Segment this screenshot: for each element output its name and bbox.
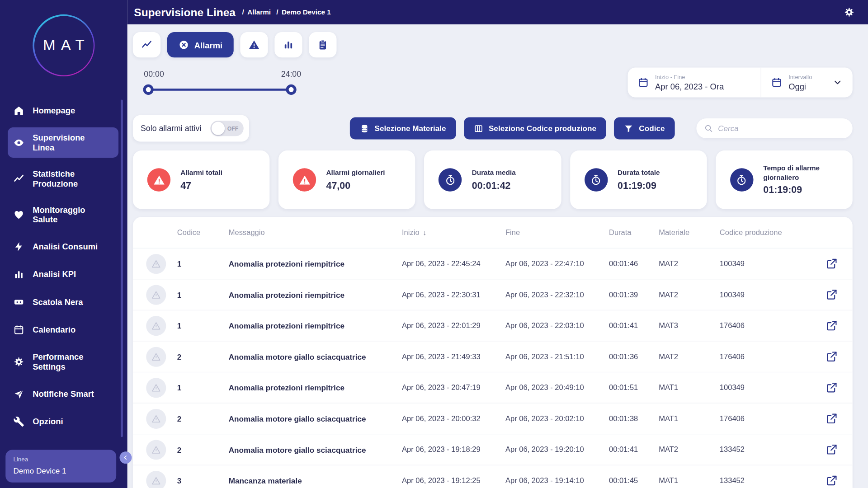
tab-trend[interactable] [133, 32, 160, 57]
cell-messaggio: Anomalia motore giallo sciacquatrice [229, 445, 402, 454]
cell-codice-produzione: 100349 [720, 291, 817, 299]
alarm-warning-icon [146, 285, 166, 305]
sidebar-collapse-button[interactable] [119, 451, 132, 464]
table-row: 2 Anomalia motore giallo sciacquatrice A… [133, 403, 853, 434]
kpi-icon [439, 168, 462, 191]
kpi-value: 01:19:09 [763, 184, 836, 196]
settings-gear-icon[interactable] [844, 6, 856, 18]
alarms-table: Codice Messaggio Inizio↓ Fine Durata Mat… [133, 217, 853, 488]
cell-fine: Apr 06, 2023 - 19:14:10 [505, 476, 609, 484]
sort-desc-icon: ↓ [423, 228, 426, 236]
cell-messaggio: Anomalia protezioni riempitrice [229, 321, 402, 330]
sidebar-item-supervisione-linea[interactable]: Supervisione Linea [8, 127, 118, 158]
slider-handle-end[interactable] [286, 84, 296, 95]
sidebar-item-analisi-kpi[interactable]: Analisi KPI [8, 263, 118, 286]
cell-codice-produzione: 100349 [720, 259, 817, 267]
sidebar-item-statistiche-produzione[interactable]: Statistiche Produzione [8, 164, 118, 194]
open-alarm-detail-button[interactable] [826, 412, 839, 425]
slider-handle-start[interactable] [143, 84, 154, 95]
sidebar-item-label: Monitoraggio Salute [33, 205, 101, 225]
device-card-label: Linea [13, 456, 108, 463]
cell-fine: Apr 06, 2023 - 21:51:10 [505, 352, 609, 361]
open-alarm-detail-button[interactable] [826, 350, 839, 363]
table-row: 2 Anomalia motore giallo sciacquatrice A… [133, 434, 853, 465]
cell-codice: 3 [177, 476, 229, 485]
kpi-title: Durata media [472, 168, 516, 178]
tab-icon [178, 39, 189, 50]
sidebar-item-label: Statistiche Produzione [33, 169, 101, 188]
open-alarm-detail-button[interactable] [826, 381, 839, 394]
tab-icon [283, 39, 294, 50]
sidebar-item-notifiche-smart[interactable]: Notifiche Smart [8, 383, 118, 405]
sidebar-item-scatola-nera[interactable]: Scatola Nera [8, 291, 118, 313]
cell-materiale: MAT2 [659, 291, 720, 299]
col-fine[interactable]: Fine [505, 228, 609, 236]
cell-materiale: MAT3 [659, 321, 720, 329]
kpi-durata-media: Durata media 00:01:42 [424, 150, 561, 209]
sidebar-scrollbar[interactable] [121, 99, 123, 437]
kpi-allarmi-giornalieri: Allarmi giornalieri 47,00 [278, 150, 415, 209]
active-alarms-toggle[interactable]: OFF [210, 121, 243, 136]
kpi-value: 47 [180, 180, 222, 192]
sidebar-item-label: Notifiche Smart [33, 389, 94, 399]
col-codice-produzione[interactable]: Codice produzione [720, 228, 817, 236]
col-codice[interactable]: Codice [177, 228, 229, 236]
select-material-button[interactable]: Selezione Materiale [349, 117, 456, 140]
kpi-allarmi-totali: Allarmi totali 47 [133, 150, 270, 209]
open-alarm-detail-button[interactable] [826, 288, 839, 301]
cell-inizio: Apr 06, 2023 - 19:12:25 [402, 476, 505, 484]
alarm-warning-icon [146, 378, 166, 398]
tab-allarmi-attivi[interactable] [240, 32, 268, 57]
sidebar-item-homepage[interactable]: Homepage [8, 99, 118, 122]
filter-buttons: Selezione Materiale Selezione Codice pro… [349, 117, 675, 140]
code-filter-button[interactable]: Codice [614, 117, 675, 140]
search-input[interactable] [718, 124, 844, 133]
alarm-warning-icon [146, 440, 166, 460]
cell-fine: Apr 06, 2023 - 22:32:10 [505, 291, 609, 299]
nav-icon [13, 173, 24, 184]
nav-icon [13, 296, 24, 307]
sidebar-item-monitoraggio-salute[interactable]: Monitoraggio Salute [8, 200, 118, 230]
sidebar-item-label: Supervisione Linea [33, 133, 101, 152]
alarm-warning-icon [146, 253, 166, 273]
search-icon [704, 124, 713, 133]
tab-icon [317, 39, 328, 50]
open-alarm-detail-button[interactable] [826, 319, 839, 332]
cell-materiale: MAT1 [659, 476, 720, 484]
cell-materiale: MAT2 [659, 352, 720, 361]
cell-fine: Apr 06, 2023 - 20:02:10 [505, 414, 609, 422]
open-alarm-detail-button[interactable] [826, 443, 839, 456]
interval-select[interactable]: Intervallo Oggi [761, 67, 853, 97]
date-range-picker[interactable]: Inizio - Fine Apr 06, 2023 - Ora [628, 67, 761, 97]
main-area: Supervisione Linea / Allarmi / Demo Devi… [127, 0, 868, 488]
tab-statistiche[interactable] [274, 32, 302, 57]
sidebar-item-opzioni[interactable]: Opzioni [8, 410, 118, 432]
cell-messaggio: Anomalia motore giallo sciacquatrice [229, 414, 402, 423]
interval-value: Oggi [788, 82, 812, 91]
select-production-code-button[interactable]: Selezione Codice produzione [464, 117, 606, 140]
tab-allarmi[interactable]: Allarmi [167, 32, 234, 57]
col-messaggio[interactable]: Messaggio [229, 228, 402, 236]
open-alarm-detail-button[interactable] [826, 257, 839, 270]
nav-icon [13, 416, 24, 427]
sidebar-item-analisi-consumi[interactable]: Analisi Consumi [8, 236, 118, 258]
alarm-warning-icon [146, 470, 166, 488]
col-materiale[interactable]: Materiale [659, 228, 720, 236]
sidebar-item-label: Calendario [33, 325, 75, 335]
tab-report[interactable] [309, 32, 336, 57]
cell-inizio: Apr 06, 2023 - 22:30:31 [402, 291, 505, 299]
sidebar-item-performance-settings[interactable]: Performance Settings [8, 347, 118, 377]
cell-messaggio: Anomalia protezioni riempitrice [229, 290, 402, 299]
cell-codice: 2 [177, 445, 229, 454]
col-durata[interactable]: Durata [609, 228, 659, 236]
sidebar-item-calendario[interactable]: Calendario [8, 319, 118, 341]
table-row: 1 Anomalia protezioni riempitrice Apr 06… [133, 248, 853, 279]
alarm-warning-icon [146, 316, 166, 336]
topbar: Supervisione Linea / Allarmi / Demo Devi… [127, 0, 868, 24]
open-alarm-detail-button[interactable] [826, 474, 839, 487]
filters-row: Solo allarmi attivi OFF Selezione Materi… [133, 115, 853, 142]
table-row: 1 Anomalia protezioni riempitrice Apr 06… [133, 310, 853, 341]
col-inizio[interactable]: Inizio↓ [402, 228, 505, 236]
nav-icon [13, 105, 24, 116]
sidebar-item-label: Performance Settings [33, 352, 101, 371]
